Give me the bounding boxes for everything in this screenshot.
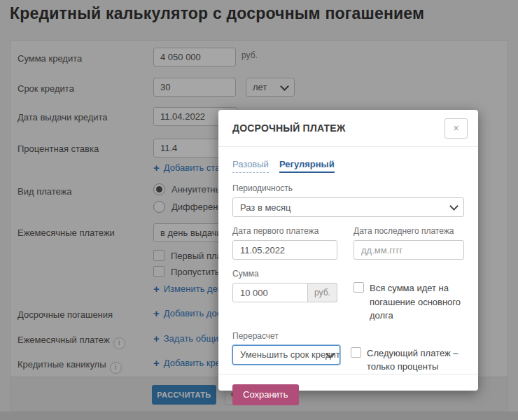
interest-only-checkbox[interactable]: Следующий платеж – только проценты bbox=[351, 346, 461, 374]
first-payment-date-label: Дата первого платежа bbox=[232, 226, 337, 236]
periodicity-label: Периодичность bbox=[232, 183, 464, 193]
last-payment-date-label: Дата последнего платежа bbox=[354, 226, 464, 236]
interest-only-checkbox-label: Следующий платеж – только проценты bbox=[367, 346, 461, 374]
periodicity-select[interactable]: Раз в месяц bbox=[232, 197, 464, 217]
modal-body: Разовый Регулярный Периодичность Раз в м… bbox=[218, 147, 478, 374]
last-payment-date-input[interactable] bbox=[354, 240, 464, 260]
page: Кредитный калькулятор с досрочным погаше… bbox=[0, 0, 518, 420]
full-amount-checkbox[interactable]: Вся сумма идет на погашение основного до… bbox=[354, 281, 464, 323]
recalculation-label: Перерасчет bbox=[232, 331, 337, 341]
checkbox-icon[interactable] bbox=[354, 282, 364, 293]
early-payment-modal: ДОСРОЧНЫЙ ПЛАТЕЖ × Разовый Регулярный Пе… bbox=[218, 110, 478, 391]
recalculation-select-value: Уменьшить срок кредит bbox=[240, 349, 340, 360]
chevron-down-icon bbox=[449, 202, 458, 211]
first-payment-date-input[interactable] bbox=[232, 240, 337, 260]
close-button[interactable]: × bbox=[444, 118, 468, 139]
modal-header: ДОСРОЧНЫЙ ПЛАТЕЖ × bbox=[218, 110, 478, 147]
modal-footer: Сохранить bbox=[218, 374, 478, 415]
close-icon: × bbox=[453, 122, 458, 134]
amount-label: Сумма bbox=[232, 269, 337, 279]
modal-title: ДОСРОЧНЫЙ ПЛАТЕЖ bbox=[232, 122, 444, 134]
amount-input[interactable] bbox=[232, 283, 308, 302]
full-amount-checkbox-label: Вся сумма идет на погашение основного до… bbox=[370, 281, 464, 323]
periodicity-select-value: Раз в месяц bbox=[240, 202, 291, 213]
tab-one-time[interactable]: Разовый bbox=[232, 159, 269, 173]
recalculation-select[interactable]: Уменьшить срок кредит bbox=[232, 345, 340, 365]
tab-regular[interactable]: Регулярный bbox=[279, 159, 335, 173]
checkbox-icon[interactable] bbox=[351, 347, 361, 358]
save-button[interactable]: Сохранить bbox=[232, 384, 299, 405]
payment-tabs: Разовый Регулярный bbox=[232, 159, 464, 173]
amount-unit: руб. bbox=[308, 283, 337, 302]
